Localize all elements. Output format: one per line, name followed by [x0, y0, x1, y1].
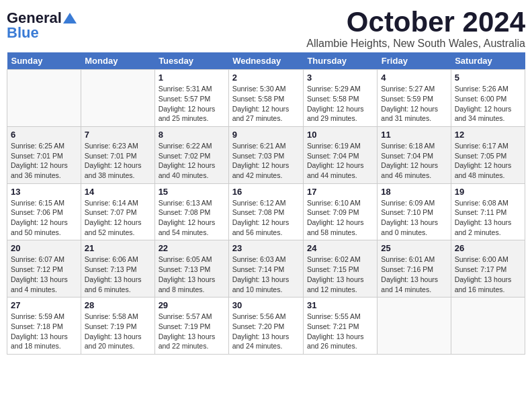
calendar-week-row: 13Sunrise: 6:15 AM Sunset: 7:06 PM Dayli… — [7, 183, 525, 240]
day-info: Sunrise: 6:08 AM Sunset: 7:11 PM Dayligh… — [455, 198, 521, 238]
calendar-cell: 25Sunrise: 6:01 AM Sunset: 7:16 PM Dayli… — [378, 240, 451, 298]
day-number: 5 — [455, 73, 521, 83]
calendar-cell: 21Sunrise: 6:06 AM Sunset: 7:13 PM Dayli… — [81, 240, 154, 298]
day-info: Sunrise: 5:59 AM Sunset: 7:18 PM Dayligh… — [11, 312, 77, 351]
day-info: Sunrise: 5:29 AM Sunset: 5:58 PM Dayligh… — [307, 84, 373, 124]
calendar-cell: 2Sunrise: 5:30 AM Sunset: 5:58 PM Daylig… — [228, 70, 303, 127]
calendar-cell: 13Sunrise: 6:15 AM Sunset: 7:06 PM Dayli… — [7, 183, 81, 240]
day-info: Sunrise: 6:12 AM Sunset: 7:08 PM Dayligh… — [232, 198, 300, 238]
day-number: 26 — [455, 243, 521, 253]
day-info: Sunrise: 6:18 AM Sunset: 7:04 PM Dayligh… — [381, 141, 447, 181]
weekday-header-sunday: Sunday — [7, 52, 81, 70]
month-title: October 2024 — [306, 7, 525, 38]
day-info: Sunrise: 6:25 AM Sunset: 7:01 PM Dayligh… — [11, 141, 77, 181]
calendar-cell: 5Sunrise: 5:26 AM Sunset: 6:00 PM Daylig… — [451, 70, 525, 127]
logo-blue-text: Blue — [7, 24, 39, 42]
calendar-cell — [451, 298, 525, 355]
day-number: 4 — [381, 73, 447, 83]
calendar-cell: 9Sunrise: 6:21 AM Sunset: 7:03 PM Daylig… — [228, 126, 303, 183]
day-info: Sunrise: 5:55 AM Sunset: 7:21 PM Dayligh… — [307, 312, 373, 351]
day-info: Sunrise: 6:19 AM Sunset: 7:04 PM Dayligh… — [307, 141, 373, 181]
day-number: 6 — [11, 130, 77, 140]
day-info: Sunrise: 5:31 AM Sunset: 5:57 PM Dayligh… — [159, 84, 225, 124]
calendar-cell: 11Sunrise: 6:18 AM Sunset: 7:04 PM Dayli… — [378, 126, 451, 183]
calendar-cell: 19Sunrise: 6:08 AM Sunset: 7:11 PM Dayli… — [451, 183, 525, 240]
day-info: Sunrise: 6:00 AM Sunset: 7:17 PM Dayligh… — [455, 255, 521, 294]
calendar-cell: 26Sunrise: 6:00 AM Sunset: 7:17 PM Dayli… — [451, 240, 525, 298]
calendar-cell — [7, 70, 81, 127]
weekday-header-saturday: Saturday — [451, 52, 525, 70]
logo: General Blue — [7, 7, 77, 42]
calendar-cell: 24Sunrise: 6:02 AM Sunset: 7:15 PM Dayli… — [303, 240, 377, 298]
day-number: 20 — [11, 243, 77, 253]
day-number: 12 — [455, 130, 521, 140]
calendar-cell: 20Sunrise: 6:07 AM Sunset: 7:12 PM Dayli… — [7, 240, 81, 298]
day-info: Sunrise: 5:56 AM Sunset: 7:20 PM Dayligh… — [232, 312, 300, 351]
day-info: Sunrise: 6:06 AM Sunset: 7:13 PM Dayligh… — [85, 255, 151, 294]
day-info: Sunrise: 6:09 AM Sunset: 7:10 PM Dayligh… — [381, 198, 447, 238]
calendar-cell: 18Sunrise: 6:09 AM Sunset: 7:10 PM Dayli… — [378, 183, 451, 240]
day-number: 22 — [159, 243, 225, 253]
calendar-cell: 29Sunrise: 5:57 AM Sunset: 7:19 PM Dayli… — [154, 298, 228, 355]
calendar-cell: 23Sunrise: 6:03 AM Sunset: 7:14 PM Dayli… — [228, 240, 303, 298]
weekday-header-thursday: Thursday — [303, 52, 377, 70]
calendar-cell: 14Sunrise: 6:14 AM Sunset: 7:07 PM Dayli… — [81, 183, 154, 240]
day-info: Sunrise: 6:10 AM Sunset: 7:09 PM Dayligh… — [307, 198, 373, 238]
calendar-cell: 8Sunrise: 6:22 AM Sunset: 7:02 PM Daylig… — [154, 126, 228, 183]
calendar-cell: 7Sunrise: 6:23 AM Sunset: 7:01 PM Daylig… — [81, 126, 154, 183]
day-number: 21 — [85, 243, 151, 253]
calendar-week-row: 6Sunrise: 6:25 AM Sunset: 7:01 PM Daylig… — [7, 126, 525, 183]
day-info: Sunrise: 5:27 AM Sunset: 5:59 PM Dayligh… — [381, 84, 447, 124]
calendar-header: SundayMondayTuesdayWednesdayThursdayFrid… — [7, 52, 525, 70]
day-info: Sunrise: 6:14 AM Sunset: 7:07 PM Dayligh… — [85, 198, 151, 238]
day-number: 18 — [381, 187, 447, 197]
day-number: 27 — [11, 300, 77, 310]
day-info: Sunrise: 5:58 AM Sunset: 7:19 PM Dayligh… — [85, 312, 151, 351]
day-info: Sunrise: 6:22 AM Sunset: 7:02 PM Dayligh… — [159, 141, 225, 181]
calendar-cell: 16Sunrise: 6:12 AM Sunset: 7:08 PM Dayli… — [228, 183, 303, 240]
day-number: 13 — [11, 187, 77, 197]
calendar-cell: 10Sunrise: 6:19 AM Sunset: 7:04 PM Dayli… — [303, 126, 377, 183]
day-number: 7 — [85, 130, 151, 140]
calendar-body: 1Sunrise: 5:31 AM Sunset: 5:57 PM Daylig… — [7, 70, 525, 355]
day-number: 3 — [307, 73, 373, 83]
day-info: Sunrise: 6:03 AM Sunset: 7:14 PM Dayligh… — [232, 255, 300, 294]
day-number: 24 — [307, 243, 373, 253]
day-number: 14 — [85, 187, 151, 197]
calendar-cell: 1Sunrise: 5:31 AM Sunset: 5:57 PM Daylig… — [154, 70, 228, 127]
day-info: Sunrise: 6:07 AM Sunset: 7:12 PM Dayligh… — [11, 255, 77, 294]
location-title: Allambie Heights, New South Wales, Austr… — [306, 38, 525, 50]
calendar-table: SundayMondayTuesdayWednesdayThursdayFrid… — [7, 52, 525, 355]
weekday-header-monday: Monday — [81, 52, 154, 70]
svg-marker-0 — [63, 13, 77, 24]
calendar-week-row: 27Sunrise: 5:59 AM Sunset: 7:18 PM Dayli… — [7, 298, 525, 355]
calendar-cell: 31Sunrise: 5:55 AM Sunset: 7:21 PM Dayli… — [303, 298, 377, 355]
day-info: Sunrise: 6:17 AM Sunset: 7:05 PM Dayligh… — [455, 141, 521, 181]
day-number: 15 — [159, 187, 225, 197]
page-header: General Blue October 2024 Allambie Heigh… — [7, 7, 525, 50]
calendar-cell: 6Sunrise: 6:25 AM Sunset: 7:01 PM Daylig… — [7, 126, 81, 183]
day-number: 29 — [159, 300, 225, 310]
day-number: 17 — [307, 187, 373, 197]
day-number: 31 — [307, 300, 373, 310]
calendar-week-row: 1Sunrise: 5:31 AM Sunset: 5:57 PM Daylig… — [7, 70, 525, 127]
day-number: 19 — [455, 187, 521, 197]
calendar-cell — [81, 70, 154, 127]
calendar-cell: 28Sunrise: 5:58 AM Sunset: 7:19 PM Dayli… — [81, 298, 154, 355]
day-info: Sunrise: 5:26 AM Sunset: 6:00 PM Dayligh… — [455, 84, 521, 124]
day-number: 23 — [232, 243, 300, 253]
calendar-week-row: 20Sunrise: 6:07 AM Sunset: 7:12 PM Dayli… — [7, 240, 525, 298]
calendar-cell — [378, 298, 451, 355]
day-info: Sunrise: 6:01 AM Sunset: 7:16 PM Dayligh… — [381, 255, 447, 294]
calendar-cell: 4Sunrise: 5:27 AM Sunset: 5:59 PM Daylig… — [378, 70, 451, 127]
day-info: Sunrise: 5:57 AM Sunset: 7:19 PM Dayligh… — [159, 312, 225, 351]
title-block: October 2024 Allambie Heights, New South… — [306, 7, 525, 50]
weekday-header-row: SundayMondayTuesdayWednesdayThursdayFrid… — [7, 52, 525, 70]
day-info: Sunrise: 6:02 AM Sunset: 7:15 PM Dayligh… — [307, 255, 373, 294]
day-number: 11 — [381, 130, 447, 140]
day-info: Sunrise: 6:05 AM Sunset: 7:13 PM Dayligh… — [159, 255, 225, 294]
day-info: Sunrise: 6:15 AM Sunset: 7:06 PM Dayligh… — [11, 198, 77, 238]
day-number: 10 — [307, 130, 373, 140]
calendar-cell: 15Sunrise: 6:13 AM Sunset: 7:08 PM Dayli… — [154, 183, 228, 240]
day-number: 8 — [159, 130, 225, 140]
